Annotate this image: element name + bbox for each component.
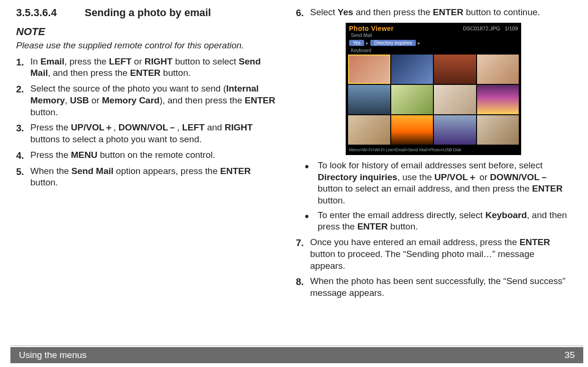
photo-thumbnail — [391, 85, 433, 114]
left-column: 3.5.3.6.4 Sending a photo by email NOTE … — [16, 7, 277, 299]
bullet-icon: ● — [296, 210, 318, 233]
step-number: 4. — [16, 149, 30, 162]
step-7: 7. Once you have entered an email addres… — [296, 237, 571, 272]
step-body: When the Send Mail option appears, press… — [30, 165, 277, 189]
step-number: 6. — [296, 7, 310, 19]
step-6: 6. Select Yes and then press the ENTER b… — [296, 7, 571, 19]
photo-thumbnail — [477, 55, 519, 84]
note-body: Please use the supplied remote control f… — [16, 40, 277, 51]
step-8: 8. When the photo has been sent successf… — [296, 275, 571, 299]
footer-page-number: 35 — [565, 350, 575, 360]
step-body: Select Yes and then press the ENTER butt… — [310, 7, 571, 19]
note-heading: NOTE — [16, 26, 277, 38]
step-number: 2. — [16, 83, 30, 118]
page-footer: Using the menus 35 — [10, 347, 583, 363]
chevron-right-icon: ▸ — [418, 40, 420, 46]
bullet-icon: ● — [296, 160, 318, 207]
photo-thumbnail — [348, 85, 390, 114]
photo-thumbnail — [477, 115, 519, 145]
photo-thumbnail — [391, 55, 433, 84]
section-heading: 3.5.3.6.4 Sending a photo by email — [16, 7, 277, 19]
step-2: 2. Select the source of the photo you wa… — [16, 83, 277, 118]
step-body: Select the source of the photo you want … — [30, 83, 277, 118]
step-number: 1. — [16, 56, 30, 79]
step-number: 8. — [296, 275, 310, 299]
photo-viewer-filename: DSC01872.JPG — [463, 26, 500, 31]
menu-option-yes: Yes — [349, 40, 364, 46]
step-body: Once you have entered an email address, … — [310, 237, 571, 272]
right-column: 6. Select Yes and then press the ENTER b… — [296, 7, 571, 299]
photo-viewer-breadcrumb: Menu>Wi-Fi>Wi-Fi List>Email>Send Mail>Ph… — [346, 146, 521, 155]
photo-viewer-figure: Photo Viewer DSC01872.JPG 1/109 Send Mai… — [346, 23, 521, 155]
bullet-keyboard: ● To enter the email address directly, s… — [296, 210, 571, 233]
photo-grid — [346, 55, 521, 146]
bullet-body: To look for history of email addresses s… — [318, 160, 571, 207]
step-body: Press the UP/VOL＋, DOWN/VOL－, LEFT and R… — [30, 122, 277, 145]
photo-thumbnail — [477, 85, 519, 114]
step-4: 4. Press the MENU button on the remote c… — [16, 149, 277, 162]
photo-viewer-titlebar: Photo Viewer DSC01872.JPG 1/109 — [346, 23, 521, 33]
photo-viewer-window: Photo Viewer DSC01872.JPG 1/109 Send Mai… — [346, 23, 521, 155]
footer-divider — [10, 345, 583, 346]
manual-page: 3.5.3.6.4 Sending a photo by email NOTE … — [0, 0, 588, 367]
photo-thumbnail — [434, 55, 476, 84]
bullet-directory-inquiries: ● To look for history of email addresses… — [296, 160, 571, 207]
sub-bullets: ● To look for history of email addresses… — [296, 160, 571, 233]
photo-viewer-title: Photo Viewer — [349, 25, 394, 32]
photo-thumbnail — [348, 55, 390, 84]
menu-option-directory-inquiries: Directory inquiries — [370, 40, 416, 46]
step-body: In Email, press the LEFT or RIGHT button… — [30, 56, 277, 79]
step-number: 3. — [16, 122, 30, 145]
step-1: 1. In Email, press the LEFT or RIGHT but… — [16, 56, 277, 79]
chevron-right-icon: ▸ — [366, 40, 368, 46]
footer-section-title: Using the menus — [19, 350, 87, 360]
photo-viewer-subtitle: Send Mail — [346, 33, 521, 39]
section-title: Sending a photo by email — [84, 7, 211, 18]
step-number: 5. — [16, 165, 30, 189]
section-number: 3.5.3.6.4 — [16, 7, 83, 19]
step-body: When the photo has been sent successfull… — [310, 275, 571, 299]
photo-thumbnail — [434, 115, 476, 145]
step-body: Press the MENU button on the remote cont… — [30, 149, 277, 162]
photo-viewer-menu: Yes ▸ Directory inquiries ▸ — [346, 39, 521, 48]
photo-thumbnail — [348, 115, 390, 145]
photo-viewer-counter: 1/109 — [505, 26, 518, 31]
step-5: 5. When the Send Mail option appears, pr… — [16, 165, 277, 189]
photo-thumbnail — [434, 85, 476, 114]
bullet-body: To enter the email address directly, sel… — [318, 210, 571, 233]
photo-thumbnail — [391, 115, 433, 145]
step-number: 7. — [296, 237, 310, 272]
step-3: 3. Press the UP/VOL＋, DOWN/VOL－, LEFT an… — [16, 122, 277, 145]
menu-option-keyboard: Keyboard — [346, 48, 521, 55]
